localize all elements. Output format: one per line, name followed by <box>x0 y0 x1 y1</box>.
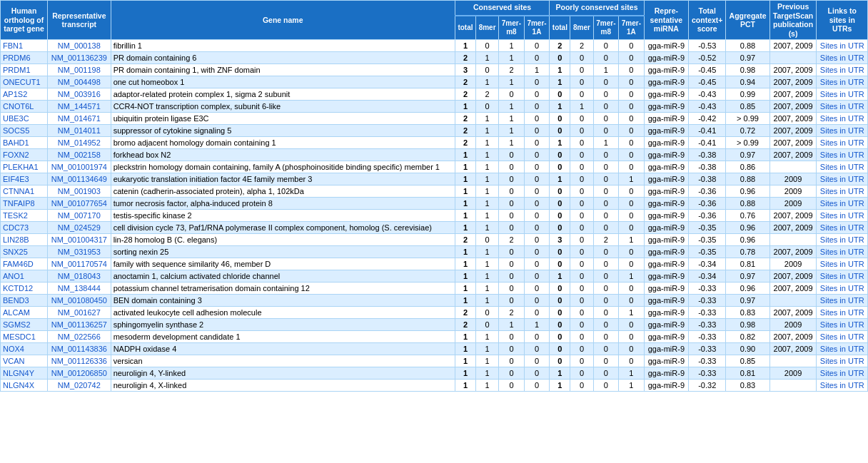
gene-link[interactable]: ANO1 <box>1 270 48 283</box>
utr-link[interactable]: Sites in UTR <box>817 101 868 113</box>
gene-link[interactable]: EIF4E3 <box>1 173 48 185</box>
transcript-link[interactable]: NM_144571 <box>48 101 111 113</box>
gene-link[interactable]: CTNNA1 <box>1 185 48 198</box>
gene-link[interactable]: PLEKHA1 <box>1 161 48 173</box>
transcript-link[interactable]: NM_002158 <box>48 149 111 161</box>
pct: 0.88 <box>726 40 769 52</box>
utr-link[interactable]: Sites in UTR <box>817 380 868 392</box>
utr-link[interactable]: Sites in UTR <box>817 222 868 234</box>
transcript-link[interactable]: NM_003916 <box>48 88 111 101</box>
utr-link[interactable]: Sites in UTR <box>817 319 868 331</box>
transcript-link[interactable]: NM_020742 <box>48 380 111 392</box>
gene-link[interactable]: TNFAIP8 <box>1 198 48 210</box>
utr-link[interactable]: Sites in UTR <box>817 210 868 222</box>
utr-link[interactable]: Sites in UTR <box>817 307 868 319</box>
gene-link[interactable]: ONECUT1 <box>1 76 48 88</box>
transcript-link[interactable]: NM_001903 <box>48 185 111 198</box>
gene-name: neuroligin 4, X-linked <box>111 380 455 392</box>
gene-link[interactable]: KCTD12 <box>1 283 48 295</box>
utr-link[interactable]: Sites in UTR <box>817 64 868 76</box>
utr-link[interactable]: Sites in UTR <box>817 270 868 283</box>
utr-link[interactable]: Sites in UTR <box>817 355 868 367</box>
transcript-link[interactable]: NM_014671 <box>48 113 111 125</box>
gene-link[interactable]: BAHD1 <box>1 137 48 149</box>
gene-link[interactable]: AP1S2 <box>1 88 48 101</box>
poorly-total: 0 <box>550 185 570 198</box>
publication: 2009 <box>769 319 817 331</box>
context-score: -0.41 <box>689 137 726 149</box>
transcript-link[interactable]: NM_001136239 <box>48 52 111 64</box>
gene-link[interactable]: PRDM1 <box>1 64 48 76</box>
poorly-total: 0 <box>550 331 570 343</box>
utr-link[interactable]: Sites in UTR <box>817 283 868 295</box>
gene-link[interactable]: UBE3C <box>1 113 48 125</box>
utr-link[interactable]: Sites in UTR <box>817 40 868 52</box>
gene-link[interactable]: SOCS5 <box>1 125 48 137</box>
utr-link[interactable]: Sites in UTR <box>817 234 868 246</box>
transcript-link[interactable]: NM_004498 <box>48 76 111 88</box>
gene-link[interactable]: TESK2 <box>1 210 48 222</box>
utr-link[interactable]: Sites in UTR <box>817 52 868 64</box>
transcript-link[interactable]: NM_001126336 <box>48 355 111 367</box>
transcript-link[interactable]: NM_001077654 <box>48 198 111 210</box>
gene-link[interactable]: SNX25 <box>1 246 48 258</box>
utr-link[interactable]: Sites in UTR <box>817 198 868 210</box>
utr-link[interactable]: Sites in UTR <box>817 113 868 125</box>
gene-link[interactable]: BEND3 <box>1 295 48 307</box>
transcript-link[interactable]: NM_001198 <box>48 64 111 76</box>
gene-link[interactable]: VCAN <box>1 355 48 367</box>
transcript-link[interactable]: NM_001170574 <box>48 258 111 270</box>
transcript-link[interactable]: NM_022566 <box>48 331 111 343</box>
gene-link[interactable]: SGMS2 <box>1 319 48 331</box>
transcript-link[interactable]: NM_014952 <box>48 137 111 149</box>
utr-link[interactable]: Sites in UTR <box>817 331 868 343</box>
pct: 0.81 <box>726 367 769 380</box>
conserved-total: 1 <box>455 355 475 367</box>
table-row: ANO1NM_018043anoctamin 1, calcium activa… <box>1 270 868 283</box>
utr-link[interactable]: Sites in UTR <box>817 185 868 198</box>
utr-link[interactable]: Sites in UTR <box>817 88 868 101</box>
utr-link[interactable]: Sites in UTR <box>817 367 868 380</box>
gene-link[interactable]: MESDC1 <box>1 331 48 343</box>
utr-link[interactable]: Sites in UTR <box>817 125 868 137</box>
gene-link[interactable]: FOXN2 <box>1 149 48 161</box>
utr-link[interactable]: Sites in UTR <box>817 258 868 270</box>
gene-link[interactable]: CNOT6L <box>1 101 48 113</box>
gene-link[interactable]: NLGN4X <box>1 380 48 392</box>
gene-link[interactable]: CDC73 <box>1 222 48 234</box>
conserved-8mer: 2 <box>476 88 499 101</box>
transcript-link[interactable]: NM_000138 <box>48 40 111 52</box>
transcript-link[interactable]: NM_001143836 <box>48 343 111 355</box>
transcript-link[interactable]: NM_001136257 <box>48 319 111 331</box>
transcript-link[interactable]: NM_138444 <box>48 283 111 295</box>
utr-link[interactable]: Sites in UTR <box>817 149 868 161</box>
gene-link[interactable]: NOX4 <box>1 343 48 355</box>
gene-link[interactable]: NLGN4Y <box>1 367 48 380</box>
utr-link[interactable]: Sites in UTR <box>817 173 868 185</box>
utr-link[interactable]: Sites in UTR <box>817 137 868 149</box>
transcript-link[interactable]: NM_001206850 <box>48 367 111 380</box>
transcript-link[interactable]: NM_024529 <box>48 222 111 234</box>
utr-link[interactable]: Sites in UTR <box>817 246 868 258</box>
utr-link[interactable]: Sites in UTR <box>817 343 868 355</box>
utr-link[interactable]: Sites in UTR <box>817 76 868 88</box>
gene-link[interactable]: PRDM6 <box>1 52 48 64</box>
utr-link[interactable]: Sites in UTR <box>817 161 868 173</box>
gene-link[interactable]: FAM46D <box>1 258 48 270</box>
transcript-link[interactable]: NM_007170 <box>48 210 111 222</box>
transcript-link[interactable]: NM_001134649 <box>48 173 111 185</box>
transcript-link[interactable]: NM_031953 <box>48 246 111 258</box>
conserved-7mer1a: 1 <box>524 64 550 76</box>
gene-link[interactable]: LIN28B <box>1 234 48 246</box>
transcript-link[interactable]: NM_001004317 <box>48 234 111 246</box>
poorly-8mer: 0 <box>570 258 593 270</box>
publication: 2007, 2009 <box>769 343 817 355</box>
transcript-link[interactable]: NM_001627 <box>48 307 111 319</box>
gene-link[interactable]: ALCAM <box>1 307 48 319</box>
transcript-link[interactable]: NM_018043 <box>48 270 111 283</box>
transcript-link[interactable]: NM_001001974 <box>48 161 111 173</box>
transcript-link[interactable]: NM_014011 <box>48 125 111 137</box>
utr-link[interactable]: Sites in UTR <box>817 295 868 307</box>
gene-link[interactable]: FBN1 <box>1 40 48 52</box>
transcript-link[interactable]: NM_001080450 <box>48 295 111 307</box>
